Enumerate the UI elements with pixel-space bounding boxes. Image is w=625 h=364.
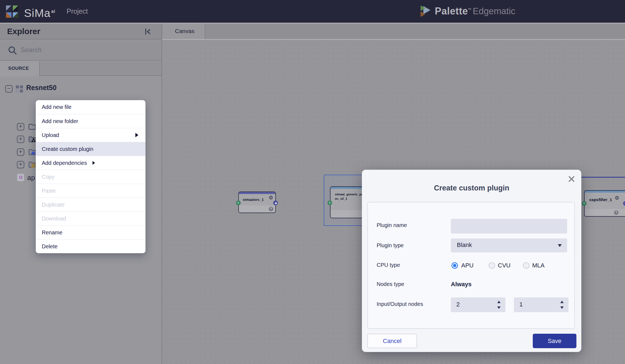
explorer-title: Explorer — [7, 27, 40, 36]
node-label: capsfilter_1 — [589, 197, 612, 202]
palette-wordmark: Palette™ — [435, 5, 472, 17]
nodes-type-value: Always — [451, 281, 472, 288]
expand-node-icon[interactable] — [17, 123, 24, 130]
radio-apu-label[interactable]: APU — [461, 262, 474, 269]
output-nodes-value: 1 — [519, 301, 523, 308]
dialog-form-panel: Plugin name Plugin type Blank CPU type A… — [367, 202, 575, 329]
tab-source[interactable]: SOURCE — [0, 61, 40, 76]
menu-item-copy: Copy — [36, 170, 145, 184]
increment-icon[interactable] — [497, 301, 501, 303]
gear-icon[interactable]: ⚙ — [615, 195, 619, 201]
menu-item-rename[interactable]: Rename — [36, 225, 145, 239]
node-label: simaaisrc_1 — [243, 198, 264, 202]
cancel-button[interactable]: Cancel — [367, 334, 417, 348]
nodes-type-label: Nodes type — [377, 281, 404, 287]
menu-item-add-new-folder[interactable]: Add new folder — [36, 114, 145, 128]
node-simaaisrc[interactable]: simaaisrc_1 ⚙ — [238, 192, 276, 213]
plugin-type-label: Plugin type — [377, 242, 404, 249]
node-header-strip — [239, 192, 275, 194]
top-bar: SiMaai Project Palette™ Edgematic — [0, 0, 625, 23]
chevron-down-icon — [558, 244, 562, 247]
search-placeholder: Search — [21, 46, 41, 54]
plugin-type-select[interactable]: Blank — [451, 238, 567, 252]
menu-item-create-custom-plugin[interactable]: Create custom plugin — [36, 142, 145, 156]
tab-source-label: SOURCE — [8, 66, 29, 71]
trademark-symbol: ™ — [468, 8, 472, 12]
palette-edgematic-logo: Palette™ Edgematic — [419, 4, 515, 18]
app-root: SiMaai Project Palette™ Edgematic Explor… — [0, 0, 625, 364]
io-nodes-label: Input/Output nodes — [377, 301, 423, 307]
radio-mla-label[interactable]: MLA — [532, 262, 544, 269]
gear-icon[interactable]: ⚙ — [269, 195, 273, 200]
search-icon — [8, 46, 17, 56]
topbar-divider — [0, 23, 625, 24]
sima-logo: SiMaai — [6, 5, 55, 20]
expand-node-icon[interactable] — [17, 161, 24, 168]
palette-logo-icon — [419, 4, 431, 18]
help-icon[interactable] — [269, 207, 273, 211]
tab-canvas-label: Canvas — [175, 28, 194, 34]
explorer-header: Explorer — [0, 24, 162, 40]
expand-node-icon[interactable] — [17, 136, 24, 143]
folder-icon — [28, 123, 36, 130]
plugin-type-value: Blank — [457, 241, 472, 249]
collapse-node-icon[interactable] — [5, 85, 13, 93]
tree-file-label[interactable]: ap — [27, 174, 35, 182]
radio-mla[interactable] — [523, 262, 529, 269]
menu-item-download: Download — [36, 211, 145, 225]
tab-canvas[interactable]: Canvas — [162, 24, 205, 39]
decrement-icon[interactable] — [497, 306, 501, 309]
expand-node-icon[interactable] — [17, 148, 24, 156]
code-file-icon — [17, 174, 24, 181]
menu-item-delete[interactable]: Delete — [36, 239, 145, 253]
menu-item-duplicate: Duplicate — [36, 198, 145, 211]
stepper-arrows — [560, 300, 564, 309]
output-nodes-stepper[interactable]: 1 — [514, 297, 569, 312]
tree-root-label[interactable]: Resnet50 — [26, 84, 56, 92]
collapse-panel-icon[interactable] — [143, 27, 152, 36]
input-nodes-value: 2 — [456, 301, 460, 308]
group-border-line — [580, 177, 625, 178]
input-port[interactable] — [582, 201, 587, 206]
folder-plugin-icon — [28, 149, 36, 155]
sima-logo-icon — [6, 5, 19, 18]
help-icon[interactable] — [614, 210, 618, 215]
submenu-arrow-icon — [135, 133, 138, 137]
brand-superscript: ai — [51, 9, 55, 14]
project-grid-icon — [16, 85, 23, 93]
radio-apu[interactable] — [451, 262, 458, 269]
dialog-title: Create custom plugin — [362, 184, 581, 192]
input-port[interactable] — [236, 201, 241, 205]
radio-cvu-label[interactable]: CVU — [498, 262, 510, 269]
cpu-type-label: CPU type — [377, 262, 400, 268]
submenu-arrow-icon — [93, 161, 95, 165]
decrement-icon[interactable] — [560, 306, 564, 309]
context-menu: Add new file Add new folder Upload Creat… — [36, 100, 145, 253]
menu-item-upload[interactable]: Upload — [36, 128, 145, 142]
plugin-name-input[interactable] — [451, 219, 567, 234]
search-bar[interactable]: Search — [0, 40, 162, 61]
edgematic-wordmark: Edgematic — [473, 6, 515, 16]
output-port[interactable] — [273, 201, 278, 205]
stepper-arrows — [497, 300, 501, 309]
folder-files-icon — [28, 161, 36, 168]
brand-name: SiMaai — [24, 5, 55, 20]
input-nodes-stepper[interactable]: 2 — [451, 297, 505, 312]
node-label: simaai_generic_prep oc_v2_1 — [335, 192, 366, 201]
close-icon[interactable] — [568, 175, 575, 183]
node-header-strip — [585, 191, 625, 193]
menu-item-paste: Paste — [36, 184, 145, 198]
plugin-name-label: Plugin name — [377, 222, 407, 228]
node-capsfilter[interactable]: capsfilter_1 ⚙ — [584, 190, 625, 217]
node-footer — [585, 209, 625, 216]
save-button[interactable]: Save — [533, 334, 576, 348]
radio-cvu[interactable] — [489, 262, 495, 269]
project-menu[interactable]: Project — [67, 7, 88, 15]
menu-item-add-dependencies[interactable]: Add dependencies — [36, 156, 145, 170]
create-custom-plugin-dialog: Create custom plugin Plugin name Plugin … — [362, 170, 581, 352]
increment-icon[interactable] — [560, 301, 564, 303]
input-port[interactable] — [328, 201, 332, 205]
menu-item-add-new-file[interactable]: Add new file — [36, 100, 145, 114]
folder-pipeline-icon — [28, 136, 36, 142]
